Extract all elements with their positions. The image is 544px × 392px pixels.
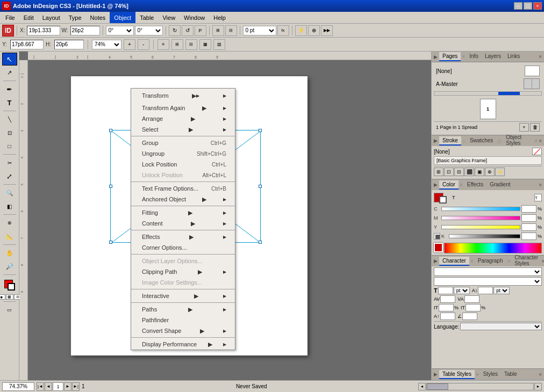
stroke-icon6[interactable]: ⊕ [485, 168, 495, 176]
tab-layers[interactable]: Layers [482, 52, 504, 61]
k-slider[interactable] [449, 234, 520, 238]
angle2-select[interactable]: 0° [135, 26, 163, 35]
transform-icon3[interactable]: P [195, 25, 206, 36]
leading-input[interactable] [478, 287, 493, 294]
vscale-input[interactable] [439, 304, 454, 311]
eyedropper-tool[interactable]: 🔍 [2, 186, 17, 199]
first-page-btn[interactable]: |◄ [37, 382, 44, 391]
menu-item-convert-shape[interactable]: Convert Shape ▶ [131, 325, 235, 336]
selection-tool[interactable]: ↖ [2, 53, 17, 66]
menu-notes[interactable]: Notes [86, 12, 110, 23]
pt-select[interactable]: 0 pt [243, 26, 276, 35]
stroke-icon1[interactable]: ⊞ [434, 168, 443, 176]
zoom-out-btn[interactable]: - [138, 39, 149, 50]
measure-tool[interactable]: 📐 [2, 230, 17, 243]
stroke-icon3[interactable]: ⊟ [454, 168, 464, 176]
tab-table[interactable]: Table [501, 370, 520, 379]
menu-item-transform[interactable]: Transform ▶ [131, 89, 235, 103]
menu-table[interactable]: Table [135, 12, 158, 23]
menu-item-unlock-position[interactable]: Unlock Position Alt+Ctrl+L [131, 170, 235, 180]
new-page-btn[interactable]: + [519, 123, 529, 132]
zoom-in-btn[interactable]: + [124, 39, 135, 50]
menu-item-group[interactable]: Group Ctrl+G [131, 137, 235, 148]
menu-item-pathfinder[interactable]: Pathfinder [131, 315, 235, 325]
transform-icon1[interactable]: ↻ [169, 25, 181, 36]
delete-page-btn[interactable]: 🗑 [530, 123, 540, 132]
color-stroke-box[interactable] [439, 196, 447, 204]
menu-object[interactable]: Object [110, 12, 135, 23]
menu-view[interactable]: View [158, 12, 180, 23]
more-btn[interactable]: ▶▶ [321, 25, 333, 36]
menu-layout[interactable]: Layout [38, 12, 65, 23]
menu-item-effects[interactable]: Effects ▶ [131, 231, 235, 242]
h-input[interactable] [54, 40, 84, 49]
canvas-area[interactable]: | | 2 | 4 5 6 7 8 9 | 1 2 3 4 5 6 7 8 9 [19, 52, 431, 380]
pages-scrollbar[interactable] [434, 91, 542, 96]
menu-item-interactive[interactable]: Interactive ▶ [131, 291, 235, 301]
align-btn2[interactable]: ⊟ [225, 25, 237, 36]
menu-edit[interactable]: Edit [19, 12, 38, 23]
pen-tool[interactable]: ✒ [2, 83, 17, 96]
close-button[interactable]: × [533, 2, 542, 10]
tab-gradient[interactable]: Gradient [486, 180, 513, 190]
transform-icon2[interactable]: ↺ [182, 25, 194, 36]
tab-info[interactable]: Info [466, 52, 482, 61]
menu-item-display-performance[interactable]: Display Performance ▶ [131, 339, 235, 350]
scissors-tool[interactable]: ✂ [2, 156, 17, 169]
menu-item-transform-again[interactable]: Transform Again ▶ [131, 103, 235, 113]
language-select[interactable] [460, 323, 542, 330]
m-value[interactable] [521, 214, 536, 222]
menu-help[interactable]: Help [209, 12, 230, 23]
font-family-select[interactable] [434, 267, 542, 276]
menu-item-arrange[interactable]: Arrange ▶ [131, 113, 235, 124]
y-slider[interactable] [441, 225, 520, 229]
none-swatch-box[interactable] [532, 148, 542, 155]
c-slider[interactable] [441, 207, 520, 211]
tab-effects[interactable]: Effects [464, 180, 486, 190]
direct-selection-tool[interactable]: ↗ [2, 66, 17, 79]
menu-item-image-color-settings[interactable]: Image Color Settings... [131, 277, 235, 288]
type-tool[interactable]: T [2, 96, 17, 109]
align-btn1[interactable]: ⊞ [212, 25, 224, 36]
flash-btn[interactable]: ⚡ [295, 25, 307, 36]
stroke-panel-arrow[interactable]: ▶ [434, 138, 438, 143]
menu-item-object-layer-options[interactable]: Object Layer Options... [131, 256, 235, 266]
baseline-input[interactable] [440, 313, 455, 320]
skew-input[interactable] [462, 313, 477, 320]
zoom-tool[interactable]: 🔎 [2, 260, 17, 273]
extra-btn[interactable]: ⊕ [308, 25, 320, 36]
hscale-input[interactable] [466, 304, 481, 311]
tab-styles[interactable]: Styles [480, 370, 501, 379]
menu-item-paths[interactable]: Paths ▶ [131, 304, 235, 315]
minimize-button[interactable]: – [514, 2, 522, 10]
menu-item-anchored-object[interactable]: Anchored Object ▶ [131, 194, 235, 205]
rect-tool[interactable]: □ [2, 140, 17, 153]
menu-item-corner-options[interactable]: Corner Options... [131, 242, 235, 253]
table-panel-arrow[interactable]: ▶ [434, 372, 438, 377]
view-mode-btn[interactable]: ▭ [2, 303, 17, 316]
stroke-icon4[interactable]: ⬛ [464, 168, 474, 176]
stroke-icon2[interactable]: ⊡ [444, 168, 454, 176]
scroll-thumb[interactable] [427, 383, 448, 390]
panel-arrow[interactable]: ▶ [434, 54, 438, 60]
page-number-input[interactable] [53, 382, 63, 391]
tab-color[interactable]: Color [439, 180, 459, 190]
calc-btn[interactable]: fx [277, 25, 289, 36]
menu-item-content[interactable]: Content ▶ [131, 218, 235, 229]
font-size-input[interactable] [438, 287, 453, 294]
scroll-track[interactable] [426, 383, 534, 390]
k-value[interactable] [521, 233, 536, 240]
color-panel-close[interactable]: × [539, 182, 542, 188]
tab-paragraph[interactable]: Paragraph [475, 257, 506, 266]
tab-char-styles[interactable]: Character Styles [511, 253, 541, 268]
stroke-panel-close[interactable]: × [539, 138, 542, 144]
track-input[interactable] [464, 295, 479, 303]
color-btn[interactable]: ■ [0, 294, 5, 300]
x-input[interactable] [27, 26, 60, 35]
rect-frame-tool[interactable]: ⊡ [2, 126, 17, 139]
view-btn2[interactable]: ⊞ [171, 39, 183, 50]
menu-item-text-frame-options[interactable]: Text Frame Options... Ctrl+B [131, 183, 235, 194]
color-spectrum-bar[interactable] [444, 243, 542, 253]
panel-close[interactable]: × [539, 54, 542, 60]
leading-unit[interactable]: pt [493, 287, 510, 294]
